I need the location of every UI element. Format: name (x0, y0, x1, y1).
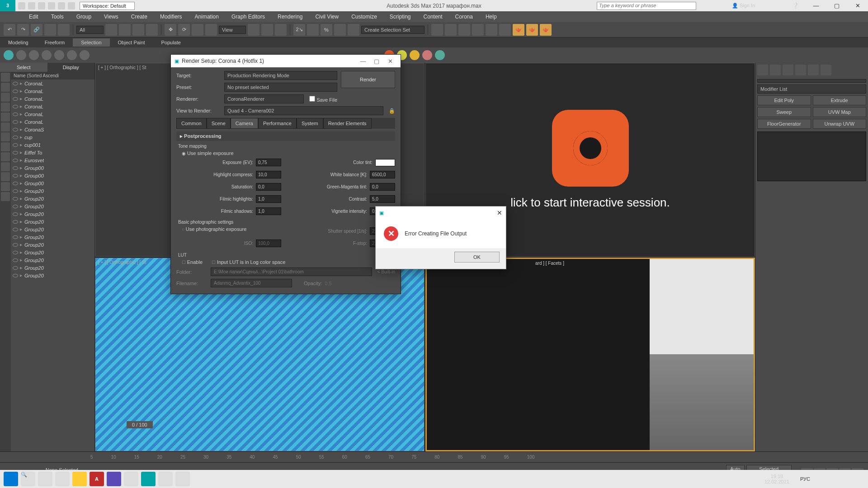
material-editor-icon[interactable] (499, 24, 511, 36)
gm-spinner[interactable]: 0,0 (370, 183, 395, 191)
visibility-icon[interactable] (13, 212, 18, 216)
search-box[interactable] (597, 2, 696, 10)
visibility-icon[interactable] (13, 258, 18, 262)
viewport-bottom-right[interactable]: ard ] [ Facets ] (425, 258, 755, 451)
postprocessing-header[interactable]: ▸ Postprocessing (176, 131, 395, 141)
se-tool-icon[interactable] (1, 152, 10, 161)
rect-select-icon[interactable] (132, 24, 144, 36)
saturation-spinner[interactable]: 0,0 (256, 183, 281, 191)
exposure-spinner[interactable]: 0,75 (256, 159, 281, 166)
visibility-icon[interactable] (13, 228, 18, 231)
tab-select[interactable]: Select (0, 63, 47, 72)
edit-selset-icon[interactable] (348, 24, 359, 36)
render-frame-icon[interactable]: 🫖 (526, 24, 538, 36)
layers-icon[interactable] (458, 24, 470, 36)
se-tool-icon[interactable] (1, 93, 10, 102)
app-icon[interactable] (158, 472, 173, 486)
visibility-icon[interactable] (13, 151, 18, 155)
modifier-list-dropdown[interactable]: Modifier List (757, 84, 866, 94)
material-icon[interactable] (422, 50, 432, 60)
select-icon[interactable] (105, 24, 117, 36)
teams-icon[interactable] (38, 472, 52, 486)
scene-item[interactable]: ▸Group20 (11, 233, 94, 241)
simple-exposure-radio[interactable]: ◉ Use simple exposure (176, 150, 395, 157)
scene-item[interactable]: ▸CoronaS (11, 126, 94, 133)
rotate-icon[interactable]: ⟳ (178, 24, 190, 36)
modifier-button[interactable]: Extrude (813, 95, 867, 105)
menu-help[interactable]: Help (479, 12, 503, 22)
rendertab-common[interactable]: Common (176, 118, 207, 129)
highlight-spinner[interactable]: 10,0 (256, 171, 281, 178)
menu-content[interactable]: Content (417, 12, 449, 22)
hierarchy-tab-icon[interactable] (783, 65, 793, 75)
minimize-icon[interactable]: — (356, 58, 370, 65)
lock-icon[interactable]: 🔒 (389, 108, 395, 114)
visibility-icon[interactable] (13, 182, 18, 185)
scene-item[interactable]: ▸Group00 (11, 179, 94, 187)
menu-corona[interactable]: Corona (449, 12, 479, 22)
scene-item[interactable]: ▸cup001 (11, 141, 94, 149)
visibility-icon[interactable] (13, 235, 18, 239)
modifier-button[interactable]: Unwrap UVW (813, 119, 867, 129)
modifier-button[interactable]: Sweep (757, 107, 811, 117)
visibility-icon[interactable] (13, 128, 18, 131)
view-dropdown[interactable]: Quad 4 - Camera002 (224, 106, 383, 115)
lut-file-dropdown[interactable]: Adanmq_Advantix_100 (211, 279, 292, 287)
menu-views[interactable]: Views (98, 12, 125, 22)
savefile-checkbox[interactable] (309, 96, 315, 102)
se-tool-icon[interactable] (1, 142, 10, 151)
modifier-button[interactable]: Edit Poly (757, 95, 811, 105)
qat-icon[interactable] (38, 2, 45, 9)
placement-icon[interactable] (205, 24, 217, 36)
visibility-icon[interactable] (13, 220, 18, 224)
menu-grapheditors[interactable]: Graph Editors (225, 12, 271, 22)
visibility-icon[interactable] (13, 89, 18, 93)
move-icon[interactable]: ✥ (165, 24, 176, 36)
signin-button[interactable]: 👤 Sign In (732, 3, 755, 9)
env-icon[interactable] (435, 50, 445, 60)
autocad-icon[interactable]: A (90, 472, 104, 486)
builtin-button[interactable]: < Built-in (377, 269, 395, 274)
unlink-icon[interactable] (44, 24, 56, 36)
qat-icon[interactable] (48, 2, 55, 9)
menu-customize[interactable]: Customize (345, 12, 383, 22)
minimize-icon[interactable]: — (806, 0, 826, 11)
menu-group[interactable]: Group (70, 12, 98, 22)
chrome-icon[interactable] (124, 472, 138, 486)
scene-item[interactable]: ▸cup (11, 133, 94, 141)
lang-indicator[interactable]: РУС (800, 476, 810, 482)
se-tool-icon[interactable] (1, 172, 10, 181)
schematic-icon[interactable] (486, 24, 497, 36)
se-tool-icon[interactable] (1, 122, 10, 131)
lut-enable-checkbox[interactable]: ☐ Enable (182, 259, 203, 265)
menu-animation[interactable]: Animation (189, 12, 225, 22)
modifier-stack[interactable] (757, 131, 866, 181)
system-clock[interactable]: 19:18 12.02.2021 (764, 474, 797, 484)
motion-tab-icon[interactable] (795, 65, 806, 75)
app-icon[interactable] (107, 472, 121, 486)
scene-item[interactable]: ▸Eurosvet (11, 156, 94, 164)
qat-icon[interactable] (58, 2, 65, 9)
undo-icon[interactable]: ↶ (4, 24, 15, 36)
se-tool-icon[interactable] (1, 192, 10, 201)
visibility-icon[interactable] (13, 159, 18, 162)
visibility-icon[interactable] (13, 174, 18, 178)
maximize-icon[interactable]: ▢ (370, 58, 383, 65)
fs-spinner[interactable]: 1,0 (256, 207, 281, 215)
manip-icon[interactable] (261, 24, 273, 36)
bulb-icon[interactable] (410, 50, 420, 60)
snip-icon[interactable] (55, 472, 70, 486)
scene-item[interactable]: ▸Group20 (11, 202, 94, 210)
visibility-icon[interactable] (13, 189, 18, 193)
angle-snap-icon[interactable] (307, 24, 319, 36)
corona-prompt[interactable]: lick to start interactive session. (510, 196, 670, 210)
scene-item[interactable]: ▸CoronaL (11, 118, 94, 126)
ribbon-tab-modeling[interactable]: Modeling (0, 38, 37, 47)
visibility-icon[interactable] (13, 166, 18, 170)
viewport-label[interactable]: [ + ] [ Orthographic ] [ St (98, 260, 146, 265)
wb-spinner[interactable]: 6500,0 (370, 171, 395, 178)
frame-counter[interactable]: 0 / 100 (127, 421, 153, 428)
close-icon[interactable]: ✕ (383, 58, 397, 65)
display-tab-icon[interactable] (808, 65, 819, 75)
visibility-icon[interactable] (13, 113, 18, 116)
